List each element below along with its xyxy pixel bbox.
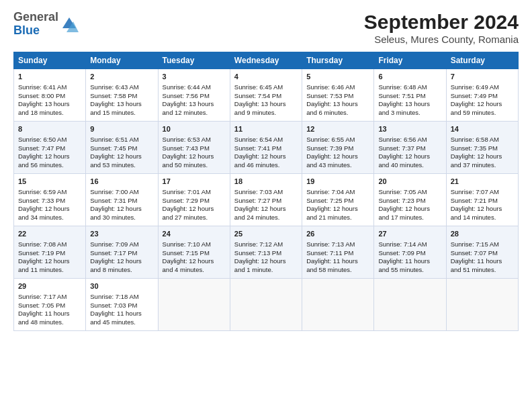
calendar-cell: 22Sunrise: 7:08 AMSunset: 7:19 PMDayligh… (14, 226, 86, 279)
calendar-cell: 4Sunrise: 6:45 AMSunset: 7:54 PMDaylight… (230, 69, 302, 122)
day-info-line: Daylight: 12 hours (234, 257, 298, 266)
day-info-line: Sunset: 7:31 PM (90, 197, 153, 205)
day-info-line: Sunset: 7:07 PM (451, 249, 514, 258)
calendar-cell: 18Sunrise: 7:03 AMSunset: 7:27 PMDayligh… (230, 174, 302, 226)
day-info-line: and 21 minutes. (306, 214, 369, 222)
calendar-cell: 11Sunrise: 6:54 AMSunset: 7:41 PMDayligh… (230, 122, 302, 174)
day-number: 12 (306, 124, 369, 134)
day-info-line: and 8 minutes. (90, 266, 153, 275)
calendar-cell: 16Sunrise: 7:00 AMSunset: 7:31 PMDayligh… (86, 174, 158, 226)
day-number: 1 (18, 72, 81, 82)
day-info-line: Daylight: 12 hours (234, 205, 298, 214)
day-info-line: Sunrise: 6:43 AM (90, 83, 153, 92)
day-number: 2 (90, 72, 153, 82)
day-number: 7 (451, 72, 514, 82)
day-info-line: Daylight: 12 hours (90, 257, 153, 266)
day-info-line: Sunset: 7:03 PM (90, 302, 153, 310)
day-number: 20 (378, 177, 441, 187)
week-row-1: 1Sunrise: 6:41 AMSunset: 8:00 PMDaylight… (14, 69, 519, 122)
calendar-cell: 15Sunrise: 6:59 AMSunset: 7:33 PMDayligh… (14, 174, 86, 226)
day-info-line: Sunrise: 7:00 AM (90, 188, 153, 197)
day-info-line: Daylight: 12 hours (18, 205, 81, 214)
day-number: 15 (18, 177, 81, 187)
week-row-2: 8Sunrise: 6:50 AMSunset: 7:47 PMDaylight… (14, 122, 519, 174)
day-number: 8 (18, 124, 81, 134)
calendar-cell: 8Sunrise: 6:50 AMSunset: 7:47 PMDaylight… (14, 122, 86, 174)
calendar-cell: 6Sunrise: 6:48 AMSunset: 7:51 PMDaylight… (374, 69, 446, 122)
day-info-line: and 6 minutes. (306, 109, 369, 118)
day-info-line: Sunset: 7:54 PM (234, 92, 298, 101)
day-info-line: Sunrise: 7:09 AM (90, 240, 153, 249)
week-row-3: 15Sunrise: 6:59 AMSunset: 7:33 PMDayligh… (14, 174, 519, 226)
calendar-cell: 9Sunrise: 6:51 AMSunset: 7:45 PMDaylight… (86, 122, 158, 174)
header-saturday: Saturday (446, 52, 518, 69)
day-info-line: and 9 minutes. (234, 109, 298, 118)
calendar-cell: 5Sunrise: 6:46 AMSunset: 7:53 PMDaylight… (302, 69, 374, 122)
day-number: 21 (451, 177, 514, 187)
day-info-line: Sunrise: 6:48 AM (378, 83, 441, 92)
week-row-5: 29Sunrise: 7:17 AMSunset: 7:05 PMDayligh… (14, 279, 519, 331)
day-info-line: and 46 minutes. (234, 161, 298, 170)
day-info-line: and 59 minutes. (451, 109, 514, 118)
calendar-cell: 30Sunrise: 7:18 AMSunset: 7:03 PMDayligh… (86, 279, 158, 331)
day-number: 11 (234, 124, 298, 134)
page-header: General Blue September 2024 Seleus, Mure… (13, 11, 519, 45)
day-info-line: and 17 minutes. (378, 214, 441, 222)
calendar-subtitle: Seleus, Mures County, Romania (364, 34, 519, 45)
day-number: 14 (451, 124, 514, 134)
day-info-line: Daylight: 11 hours (90, 310, 153, 318)
header-sunday: Sunday (14, 52, 86, 69)
day-info-line: Sunrise: 7:03 AM (234, 188, 298, 197)
day-number: 30 (90, 281, 153, 291)
day-info-line: and 37 minutes. (451, 161, 514, 170)
day-info-line: Daylight: 12 hours (163, 205, 226, 214)
day-info-line: and 51 minutes. (451, 266, 514, 275)
day-info-line: Sunset: 7:23 PM (378, 197, 441, 205)
day-info-line: Daylight: 12 hours (378, 205, 441, 214)
day-info-line: Sunset: 7:49 PM (451, 92, 514, 101)
calendar-cell: 28Sunrise: 7:15 AMSunset: 7:07 PMDayligh… (446, 226, 518, 279)
day-info-line: and 3 minutes. (378, 109, 441, 118)
day-info-line: Sunrise: 6:56 AM (378, 136, 441, 144)
day-info-line: Daylight: 12 hours (163, 257, 226, 266)
day-info-line: Sunset: 7:21 PM (451, 197, 514, 205)
day-info-line: and 15 minutes. (90, 109, 153, 118)
day-info-line: and 4 minutes. (163, 266, 226, 275)
day-number: 6 (378, 72, 441, 82)
day-info-line: and 14 minutes. (451, 214, 514, 222)
calendar-cell: 7Sunrise: 6:49 AMSunset: 7:49 PMDaylight… (446, 69, 518, 122)
day-info-line: Sunrise: 7:12 AM (234, 240, 298, 249)
day-number: 22 (18, 229, 81, 239)
day-number: 3 (163, 72, 226, 82)
calendar-cell: 12Sunrise: 6:55 AMSunset: 7:39 PMDayligh… (302, 122, 374, 174)
day-info-line: and 40 minutes. (378, 161, 441, 170)
header-tuesday: Tuesday (158, 52, 230, 69)
day-number: 28 (451, 229, 514, 239)
day-info-line: Sunrise: 6:53 AM (163, 136, 226, 144)
calendar-cell: 14Sunrise: 6:58 AMSunset: 7:35 PMDayligh… (446, 122, 518, 174)
calendar-cell: 23Sunrise: 7:09 AMSunset: 7:17 PMDayligh… (86, 226, 158, 279)
calendar-cell: 24Sunrise: 7:10 AMSunset: 7:15 PMDayligh… (158, 226, 230, 279)
day-info-line: Sunrise: 7:08 AM (18, 240, 81, 249)
day-number: 24 (163, 229, 226, 239)
day-info-line: and 58 minutes. (306, 266, 369, 275)
day-info-line: Daylight: 13 hours (90, 100, 153, 109)
calendar-cell: 19Sunrise: 7:04 AMSunset: 7:25 PMDayligh… (302, 174, 374, 226)
day-info-line: Sunrise: 7:13 AM (306, 240, 369, 249)
header-thursday: Thursday (302, 52, 374, 69)
day-number: 19 (306, 177, 369, 187)
logo-blue: Blue (13, 24, 40, 37)
day-info-line: Sunset: 7:56 PM (163, 92, 226, 101)
day-info-line: Sunrise: 6:51 AM (90, 136, 153, 144)
header-friday: Friday (374, 52, 446, 69)
day-info-line: Sunset: 7:45 PM (90, 144, 153, 153)
day-info-line: and 27 minutes. (163, 214, 226, 222)
day-info-line: Sunrise: 6:50 AM (18, 136, 81, 144)
day-info-line: Sunset: 7:11 PM (306, 249, 369, 258)
day-number: 13 (378, 124, 441, 134)
day-number: 10 (163, 124, 226, 134)
day-info-line: Daylight: 11 hours (18, 310, 81, 318)
day-number: 25 (234, 229, 298, 239)
calendar-cell: 17Sunrise: 7:01 AMSunset: 7:29 PMDayligh… (158, 174, 230, 226)
day-info-line: Sunrise: 7:15 AM (451, 240, 514, 249)
